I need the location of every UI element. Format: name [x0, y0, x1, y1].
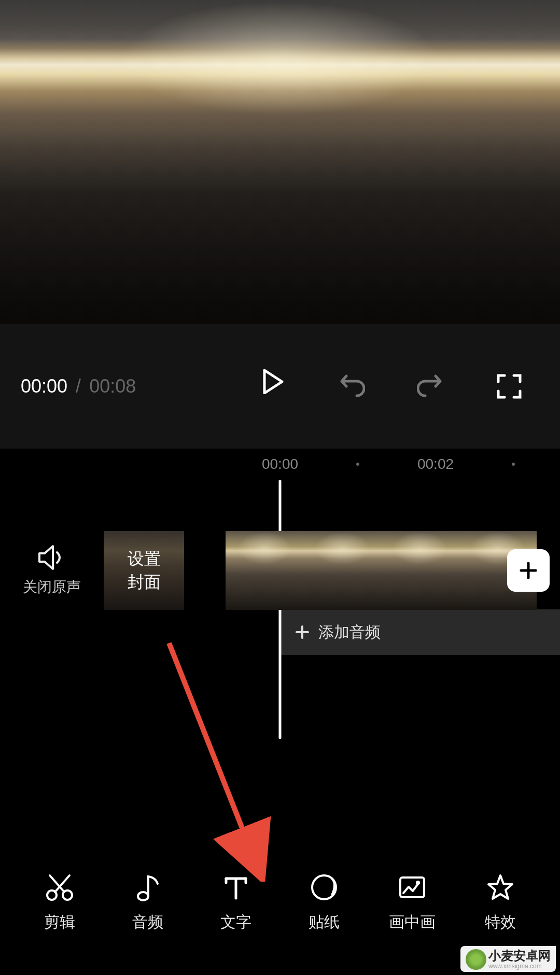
speaker-icon: [37, 544, 66, 571]
redo-icon: [417, 373, 444, 400]
ruler-dot: [356, 463, 359, 466]
play-icon: [262, 369, 284, 394]
clip-frame: [381, 531, 459, 610]
star-icon: [484, 871, 516, 903]
tool-label: 特效: [485, 912, 516, 933]
svg-point-5: [416, 881, 420, 885]
total-time: 00:08: [89, 375, 136, 397]
fullscreen-button[interactable]: [492, 369, 527, 404]
play-button[interactable]: [262, 369, 298, 405]
watermark-text: 小麦安卓网 www.xmsigma.com: [488, 949, 551, 970]
watermark: 小麦安卓网 www.xmsigma.com: [460, 946, 556, 972]
text-icon: [220, 871, 252, 903]
mute-label: 关闭原声: [23, 577, 81, 597]
tool-label: 文字: [220, 912, 251, 933]
redo-button[interactable]: [413, 369, 448, 404]
tool-text[interactable]: 文字: [200, 871, 272, 959]
tool-label: 剪辑: [44, 912, 75, 933]
controls-row: 00:00 / 00:08: [21, 324, 539, 449]
video-track-row: 关闭原声 设置 封面: [0, 532, 560, 609]
tool-pip[interactable]: 画中画: [376, 871, 449, 959]
sticker-icon: [308, 871, 340, 903]
tool-label: 画中画: [389, 912, 436, 933]
video-clip-strip[interactable]: [226, 531, 560, 610]
watermark-main: 小麦安卓网: [488, 949, 551, 963]
ruler-dot: [512, 463, 515, 466]
undo-icon: [338, 373, 365, 400]
ruler-tick: 00:00: [262, 456, 298, 472]
time-separator: /: [76, 375, 81, 397]
scissors-icon: [44, 871, 76, 903]
current-time: 00:00: [21, 375, 67, 397]
svg-point-2: [138, 892, 148, 900]
picture-in-picture-icon: [396, 871, 428, 903]
add-audio-label: 添加音频: [318, 622, 381, 643]
clip-frame: [226, 531, 303, 610]
watermark-sub: www.xmsigma.com: [488, 963, 551, 970]
timeline-ruler[interactable]: 00:0000:02: [0, 449, 560, 480]
add-audio-button[interactable]: 添加音频: [280, 609, 560, 655]
undo-button[interactable]: [334, 369, 369, 404]
player-controls-bar: 00:00 / 00:08: [0, 324, 560, 449]
controls-right: [321, 369, 539, 404]
mute-original-button[interactable]: 关闭原声: [0, 544, 104, 597]
set-cover-button[interactable]: 设置 封面: [104, 531, 184, 610]
ruler-tick: 00:02: [417, 456, 454, 472]
video-preview[interactable]: [0, 0, 560, 324]
tool-audio[interactable]: 音频: [111, 871, 184, 959]
cover-label-line1: 设置: [128, 547, 161, 570]
fullscreen-icon: [496, 373, 522, 399]
tool-sticker[interactable]: 贴纸: [288, 871, 360, 959]
music-note-icon: [132, 871, 164, 903]
tool-label: 贴纸: [309, 912, 340, 933]
plus-icon: [518, 560, 539, 581]
add-clip-button[interactable]: [507, 549, 550, 592]
plus-icon: [295, 624, 310, 640]
tool-edit[interactable]: 剪辑: [23, 871, 96, 959]
cover-label-line2: 封面: [128, 570, 161, 594]
clip-frame: [303, 531, 381, 610]
watermark-logo-icon: [466, 949, 486, 970]
tool-label: 音频: [132, 912, 163, 933]
svg-rect-4: [400, 877, 424, 897]
time-display: 00:00 / 00:08: [21, 375, 136, 397]
